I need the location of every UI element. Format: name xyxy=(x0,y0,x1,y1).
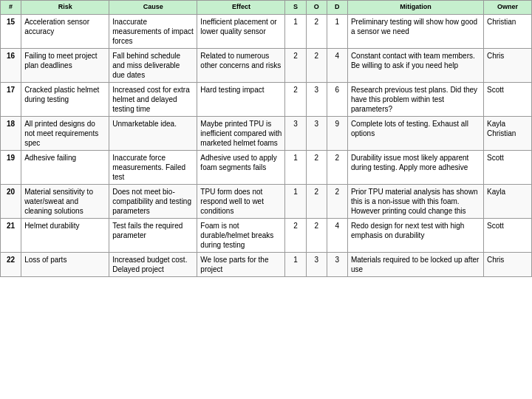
effect-cell: We lose parts for the project xyxy=(197,252,285,276)
owner-cell: Scott xyxy=(483,82,531,116)
cause-cell: Test fails the required parameter xyxy=(109,218,197,252)
detection-score: 1 xyxy=(327,14,347,48)
detection-score: 2 xyxy=(327,184,347,218)
occurrence-score: 2 xyxy=(306,150,327,184)
mitigation-cell: Materials required to be locked up after… xyxy=(347,252,483,276)
effect-cell: Foam is not durable/helmet breaks during… xyxy=(197,218,285,252)
effect-cell: Hard testing impact xyxy=(197,82,285,116)
column-header-o: O xyxy=(306,1,327,15)
mitigation-cell: Durability issue most likely apparent du… xyxy=(347,150,483,184)
owner-cell: Scott xyxy=(483,218,531,252)
risk-cell: Failing to meet project plan deadlines xyxy=(21,48,109,82)
row-number: 22 xyxy=(1,252,21,276)
table-body: 15Acceleration sensor accuracyInaccurate… xyxy=(1,14,532,276)
severity-score: 1 xyxy=(285,150,306,184)
owner-cell: Christian xyxy=(483,14,531,48)
cause-cell: Does not meet bio-compatibility and test… xyxy=(109,184,197,218)
risk-cell: Adhesive failing xyxy=(21,150,109,184)
mitigation-cell: Research previous test plans. Did they h… xyxy=(347,82,483,116)
table-row: 17Cracked plastic helmet during testingI… xyxy=(1,82,532,116)
severity-score: 1 xyxy=(285,14,306,48)
owner-cell: KaylaChristian xyxy=(483,116,531,150)
risk-cell: Helmet durability xyxy=(21,218,109,252)
detection-score: 4 xyxy=(327,218,347,252)
row-number: 21 xyxy=(1,218,21,252)
risk-cell: Loss of parts xyxy=(21,252,109,276)
column-header-cause: Cause xyxy=(109,1,197,15)
owner-cell: Chris xyxy=(483,48,531,82)
occurrence-score: 3 xyxy=(306,252,327,276)
cause-cell: Fall behind schedule and miss deliverabl… xyxy=(109,48,197,82)
row-number: 20 xyxy=(1,184,21,218)
table-row: 20Material sensitivity to water/sweat an… xyxy=(1,184,532,218)
effect-cell: Inefficient placement or lower quality s… xyxy=(197,14,285,48)
table-row: 19Adhesive failingInaccurate force measu… xyxy=(1,150,532,184)
column-header-d: D xyxy=(327,1,347,15)
occurrence-score: 2 xyxy=(306,218,327,252)
column-header-owner: Owner xyxy=(483,1,531,15)
detection-score: 6 xyxy=(327,82,347,116)
row-number: 16 xyxy=(1,48,21,82)
owner-cell: Kayla xyxy=(483,184,531,218)
detection-score: 4 xyxy=(327,48,347,82)
mitigation-cell: Constant contact with team members. Be w… xyxy=(347,48,483,82)
occurrence-score: 3 xyxy=(306,82,327,116)
cause-cell: Inaccurate force measurements. Failed te… xyxy=(109,150,197,184)
occurrence-score: 2 xyxy=(306,14,327,48)
risk-cell: All printed designs do not meet requirem… xyxy=(21,116,109,150)
risk-cell: Material sensitivity to water/sweat and … xyxy=(21,184,109,218)
mitigation-cell: Prior TPU material analysis has shown th… xyxy=(347,184,483,218)
cause-cell: Unmarketable idea. xyxy=(109,116,197,150)
risk-cell: Acceleration sensor accuracy xyxy=(21,14,109,48)
table-row: 16Failing to meet project plan deadlines… xyxy=(1,48,532,82)
cause-cell: Increased cost for extra helmet and dela… xyxy=(109,82,197,116)
occurrence-score: 2 xyxy=(306,48,327,82)
row-number: 19 xyxy=(1,150,21,184)
severity-score: 2 xyxy=(285,218,306,252)
occurrence-score: 3 xyxy=(306,116,327,150)
row-number: 18 xyxy=(1,116,21,150)
cause-cell: Increased budget cost. Delayed project xyxy=(109,252,197,276)
severity-score: 1 xyxy=(285,252,306,276)
severity-score: 1 xyxy=(285,184,306,218)
detection-score: 2 xyxy=(327,150,347,184)
row-number: 15 xyxy=(1,14,21,48)
row-number: 17 xyxy=(1,82,21,116)
occurrence-score: 2 xyxy=(306,184,327,218)
effect-cell: Maybe printed TPU is inefficient compare… xyxy=(197,116,285,150)
effect-cell: Adhesive used to apply foam segments fai… xyxy=(197,150,285,184)
risk-cell: Cracked plastic helmet during testing xyxy=(21,82,109,116)
effect-cell: Related to numerous other concerns and r… xyxy=(197,48,285,82)
detection-score: 9 xyxy=(327,116,347,150)
column-header-mitigation: Mitigation xyxy=(347,1,483,15)
table-header: #RiskCauseEffectSODMitigationOwner xyxy=(1,1,532,15)
table-row: 21Helmet durabilityTest fails the requir… xyxy=(1,218,532,252)
mitigation-cell: Redo design for next test with high emph… xyxy=(347,218,483,252)
mitigation-cell: Complete lots of testing. Exhaust all op… xyxy=(347,116,483,150)
owner-cell: Scott xyxy=(483,150,531,184)
table-row: 15Acceleration sensor accuracyInaccurate… xyxy=(1,14,532,48)
severity-score: 2 xyxy=(285,82,306,116)
column-header-effect: Effect xyxy=(197,1,285,15)
table-row: 22Loss of partsIncreased budget cost. De… xyxy=(1,252,532,276)
column-header--: # xyxy=(1,1,21,15)
owner-cell: Chris xyxy=(483,252,531,276)
column-header-risk: Risk xyxy=(21,1,109,15)
column-header-s: S xyxy=(285,1,306,15)
detection-score: 3 xyxy=(327,252,347,276)
cause-cell: Inaccurate measurements of impact forces xyxy=(109,14,197,48)
table-row: 18All printed designs do not meet requir… xyxy=(1,116,532,150)
severity-score: 3 xyxy=(285,116,306,150)
severity-score: 2 xyxy=(285,48,306,82)
effect-cell: TPU form does not respond well to wet co… xyxy=(197,184,285,218)
mitigation-cell: Preliminary testing will show how good a… xyxy=(347,14,483,48)
